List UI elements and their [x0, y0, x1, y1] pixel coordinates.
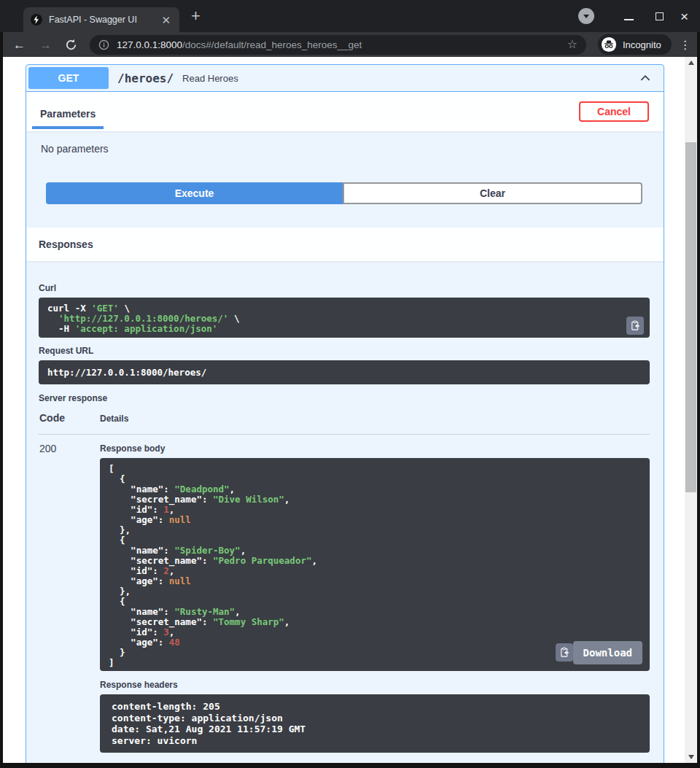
details-column-header: Details [100, 412, 650, 424]
incognito-badge: Incognito [598, 34, 672, 55]
response-headers: content-length: 205 content-type: applic… [100, 694, 650, 753]
parameters-section-header: Parameters Cancel [26, 92, 664, 131]
reload-button[interactable] [65, 39, 77, 51]
chevron-down-icon [583, 15, 589, 18]
responses-title: Responses [39, 238, 93, 250]
incognito-icon [601, 36, 617, 53]
response-row-200: 200 Response body [ { "name": "Deadpond"… [39, 435, 650, 753]
url-path: /docs#/default/read_heroes_heroes__get [182, 39, 362, 50]
response-body: [ { "name": "Deadpond", "secret_name": "… [100, 458, 650, 671]
minimize-button[interactable] [624, 19, 634, 20]
copy-response-button[interactable] [556, 643, 573, 662]
url-text[interactable]: 127.0.0.1:8000/docs#/default/read_heroes… [117, 39, 567, 50]
url-bar[interactable]: 127.0.0.1:8000/docs#/default/read_heroes… [90, 35, 586, 55]
code-column-header: Code [39, 412, 100, 424]
execute-button[interactable]: Execute [46, 182, 343, 204]
response-headers-label: Response headers [100, 680, 650, 690]
download-button[interactable]: Download [573, 641, 642, 664]
tab-search-button[interactable] [578, 8, 594, 24]
triangle-up-icon [688, 61, 694, 65]
status-code: 200 [39, 443, 100, 753]
curl-label: Curl [39, 283, 650, 293]
curl-command: curl -X 'GET' \ 'http://127.0.0.1:8000/h… [39, 298, 650, 338]
back-button[interactable]: ← [13, 39, 26, 51]
url-host: 127.0.0.1:8000 [117, 39, 182, 50]
opblock-get-heroes: GET /heroes/ Read Heroes Parameters Canc… [26, 64, 664, 763]
request-url-label: Request URL [39, 346, 650, 356]
response-body-label: Response body [100, 443, 650, 454]
clear-button[interactable]: Clear [343, 182, 642, 204]
maximize-button[interactable] [656, 12, 664, 20]
endpoint-path: /heroes/ [117, 71, 174, 85]
scrollbar-down-button[interactable] [685, 751, 697, 763]
forward-button[interactable]: → [39, 39, 52, 51]
new-tab-button[interactable]: + [191, 7, 201, 26]
fastapi-favicon-icon [31, 14, 42, 26]
cancel-button[interactable]: Cancel [579, 101, 649, 122]
browser-window: FastAPI - Swagger UI ✕ + × ← → 127.0.0.1… [0, 0, 700, 768]
tab-title: FastAPI - Swagger UI [49, 15, 160, 25]
no-parameters-text: No parameters [26, 131, 664, 155]
browser-titlebar: FastAPI - Swagger UI ✕ + × [0, 0, 700, 32]
tab-parameters[interactable]: Parameters [32, 108, 104, 129]
browser-tab[interactable]: FastAPI - Swagger UI ✕ [23, 7, 179, 32]
copy-curl-button[interactable] [626, 317, 644, 335]
responses-section-header: Responses [26, 228, 664, 261]
server-response-label: Server response [39, 393, 650, 403]
scrollbar-thumb[interactable] [685, 142, 696, 492]
scrollbar-up-button[interactable] [685, 57, 697, 69]
endpoint-summary: Read Heroes [182, 73, 238, 84]
triangle-down-icon [688, 755, 694, 759]
execute-wrapper: Execute Clear [26, 155, 664, 204]
method-badge: GET [28, 67, 109, 89]
browser-menu-button[interactable]: ⋮ [680, 38, 691, 52]
window-close-button[interactable]: × [680, 9, 688, 23]
site-info-icon[interactable] [98, 39, 109, 50]
collapse-chevron-icon[interactable] [639, 72, 651, 84]
browser-toolbar: ← → 127.0.0.1:8000/docs#/default/read_he… [3, 32, 697, 57]
server-response-table: Code Details 200 Response body [ { "name… [39, 412, 650, 753]
bookmark-star-icon[interactable]: ☆ [567, 39, 578, 50]
opblock-summary[interactable]: GET /heroes/ Read Heroes [26, 65, 664, 92]
tab-close-icon[interactable]: ✕ [160, 15, 172, 26]
request-url-value: http://127.0.0.1:8000/heroes/ [39, 360, 650, 384]
page-content: GET /heroes/ Read Heroes Parameters Canc… [3, 57, 697, 763]
page-scrollbar[interactable] [685, 57, 697, 763]
incognito-label: Incognito [623, 39, 661, 50]
